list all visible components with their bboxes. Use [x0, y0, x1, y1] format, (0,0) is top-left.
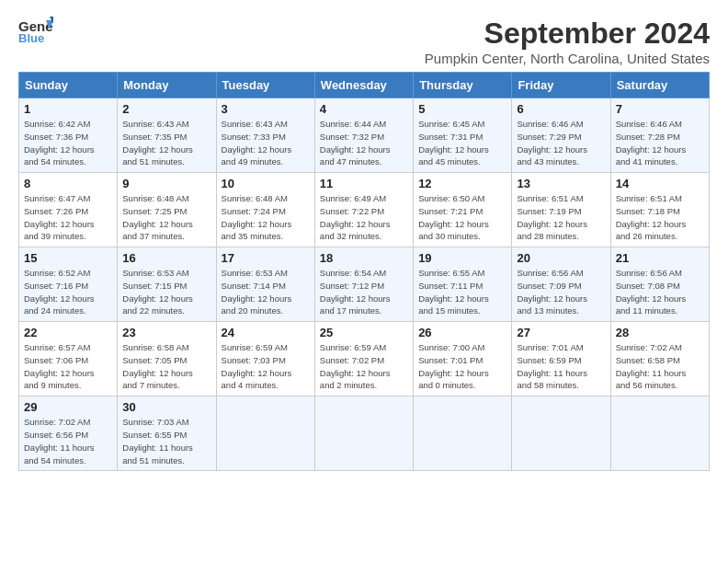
svg-text:Blue: Blue	[18, 31, 44, 44]
calendar-day-18: 18Sunrise: 6:54 AMSunset: 7:12 PMDayligh…	[314, 247, 413, 322]
calendar-day-24: 24Sunrise: 6:59 AMSunset: 7:03 PMDayligh…	[216, 322, 314, 396]
calendar-week-3: 15Sunrise: 6:52 AMSunset: 7:16 PMDayligh…	[19, 247, 710, 322]
calendar-day-14: 14Sunrise: 6:51 AMSunset: 7:18 PMDayligh…	[610, 173, 709, 247]
calendar-day-10: 10Sunrise: 6:48 AMSunset: 7:24 PMDayligh…	[216, 173, 314, 247]
main-title: September 2024	[425, 17, 710, 51]
calendar-day-6: 6Sunrise: 6:46 AMSunset: 7:29 PMDaylight…	[512, 98, 610, 173]
calendar-day-28: 28Sunrise: 7:02 AMSunset: 6:58 PMDayligh…	[610, 322, 709, 396]
col-friday: Friday	[512, 73, 610, 98]
calendar-day-2: 2Sunrise: 6:43 AMSunset: 7:35 PMDaylight…	[118, 98, 216, 173]
calendar-day-27: 27Sunrise: 7:01 AMSunset: 6:59 PMDayligh…	[512, 322, 610, 396]
calendar-day-1: 1Sunrise: 6:42 AMSunset: 7:36 PMDaylight…	[19, 98, 118, 173]
col-saturday: Saturday	[610, 73, 709, 98]
calendar-empty-cell	[414, 396, 512, 471]
calendar-day-25: 25Sunrise: 6:59 AMSunset: 7:02 PMDayligh…	[314, 322, 413, 396]
col-wednesday: Wednesday	[314, 73, 413, 98]
calendar-day-21: 21Sunrise: 6:56 AMSunset: 7:08 PMDayligh…	[610, 247, 709, 322]
header: General Blue September 2024 Pumpkin Cent…	[18, 17, 710, 66]
calendar-container: General Blue September 2024 Pumpkin Cent…	[0, 0, 728, 480]
calendar-empty-cell	[610, 396, 709, 471]
calendar-week-1: 1Sunrise: 6:42 AMSunset: 7:36 PMDaylight…	[19, 98, 710, 173]
logo-icon: General Blue	[18, 17, 53, 44]
col-thursday: Thursday	[414, 73, 512, 98]
calendar-week-5: 29Sunrise: 7:02 AMSunset: 6:56 PMDayligh…	[19, 396, 710, 471]
calendar-day-7: 7Sunrise: 6:46 AMSunset: 7:28 PMDaylight…	[610, 98, 709, 173]
calendar-day-13: 13Sunrise: 6:51 AMSunset: 7:19 PMDayligh…	[512, 173, 610, 247]
calendar-week-4: 22Sunrise: 6:57 AMSunset: 7:06 PMDayligh…	[19, 322, 710, 396]
calendar-table: Sunday Monday Tuesday Wednesday Thursday…	[18, 72, 710, 471]
calendar-day-26: 26Sunrise: 7:00 AMSunset: 7:01 PMDayligh…	[414, 322, 512, 396]
calendar-day-22: 22Sunrise: 6:57 AMSunset: 7:06 PMDayligh…	[19, 322, 118, 396]
calendar-day-30: 30Sunrise: 7:03 AMSunset: 6:55 PMDayligh…	[118, 396, 216, 471]
col-sunday: Sunday	[19, 73, 118, 98]
calendar-day-12: 12Sunrise: 6:50 AMSunset: 7:21 PMDayligh…	[414, 173, 512, 247]
calendar-week-2: 8Sunrise: 6:47 AMSunset: 7:26 PMDaylight…	[19, 173, 710, 247]
calendar-day-5: 5Sunrise: 6:45 AMSunset: 7:31 PMDaylight…	[414, 98, 512, 173]
calendar-day-19: 19Sunrise: 6:55 AMSunset: 7:11 PMDayligh…	[414, 247, 512, 322]
calendar-day-9: 9Sunrise: 6:48 AMSunset: 7:25 PMDaylight…	[118, 173, 216, 247]
calendar-day-20: 20Sunrise: 6:56 AMSunset: 7:09 PMDayligh…	[512, 247, 610, 322]
calendar-empty-cell	[216, 396, 314, 471]
subtitle: Pumpkin Center, North Carolina, United S…	[425, 51, 710, 66]
calendar-day-8: 8Sunrise: 6:47 AMSunset: 7:26 PMDaylight…	[19, 173, 118, 247]
calendar-empty-cell	[512, 396, 610, 471]
calendar-day-4: 4Sunrise: 6:44 AMSunset: 7:32 PMDaylight…	[314, 98, 413, 173]
calendar-header-row: Sunday Monday Tuesday Wednesday Thursday…	[19, 73, 710, 98]
calendar-day-17: 17Sunrise: 6:53 AMSunset: 7:14 PMDayligh…	[216, 247, 314, 322]
calendar-day-23: 23Sunrise: 6:58 AMSunset: 7:05 PMDayligh…	[118, 322, 216, 396]
col-tuesday: Tuesday	[216, 73, 314, 98]
calendar-day-11: 11Sunrise: 6:49 AMSunset: 7:22 PMDayligh…	[314, 173, 413, 247]
calendar-day-29: 29Sunrise: 7:02 AMSunset: 6:56 PMDayligh…	[19, 396, 118, 471]
calendar-day-15: 15Sunrise: 6:52 AMSunset: 7:16 PMDayligh…	[19, 247, 118, 322]
calendar-day-16: 16Sunrise: 6:53 AMSunset: 7:15 PMDayligh…	[118, 247, 216, 322]
title-block: September 2024 Pumpkin Center, North Car…	[425, 17, 710, 66]
col-monday: Monday	[118, 73, 216, 98]
calendar-day-3: 3Sunrise: 6:43 AMSunset: 7:33 PMDaylight…	[216, 98, 314, 173]
logo: General Blue	[18, 17, 53, 44]
calendar-empty-cell	[314, 396, 413, 471]
